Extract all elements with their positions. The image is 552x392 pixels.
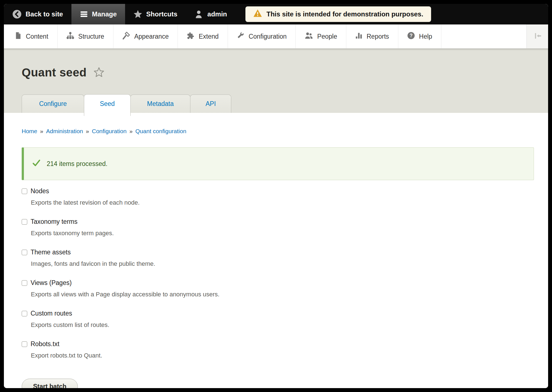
breadcrumb-separator: » — [86, 128, 89, 134]
demo-warning-banner: This site is intended for demonstration … — [245, 6, 431, 22]
form-item-robots-txt: Robots.txt Export robots.txt to Quant. — [22, 340, 530, 359]
toolbar-item-people[interactable]: People — [296, 24, 346, 48]
breadcrumb-link-home[interactable]: Home — [22, 128, 37, 134]
toolbar-item-appearance[interactable]: Appearance — [113, 24, 178, 48]
toolbar-item-configuration[interactable]: Configuration — [228, 24, 296, 48]
status-message: 214 items processed. — [22, 147, 534, 180]
back-to-site-label: Back to site — [26, 10, 63, 18]
toolbar-label: Reports — [367, 33, 389, 40]
main-content: Home»Administration»Configuration»Quant … — [4, 113, 548, 388]
manage-label: Manage — [92, 10, 117, 18]
checkbox-label[interactable]: Taxonomy terms — [31, 218, 78, 225]
breadcrumb-separator: » — [129, 128, 133, 134]
checkbox-label[interactable]: Nodes — [31, 187, 49, 195]
tab-metadata[interactable]: Metadata — [130, 95, 190, 113]
sitemap-icon — [66, 32, 74, 41]
puzzle-piece-icon — [187, 32, 195, 41]
svg-text:?: ? — [409, 33, 412, 38]
people-icon — [305, 31, 313, 41]
status-message-text: 214 items processed. — [47, 160, 108, 168]
checkbox-views-pages[interactable] — [22, 280, 27, 286]
wrench-icon — [237, 32, 245, 41]
breadcrumb-link-quant-configuration[interactable]: Quant configuration — [135, 128, 186, 134]
checkbox-label[interactable]: Views (Pages) — [31, 279, 72, 287]
checkbox-robots-txt[interactable] — [22, 341, 27, 347]
manage-button[interactable]: Manage — [71, 4, 125, 24]
toolbar-label: People — [317, 33, 337, 40]
start-batch-button[interactable]: Start batch — [22, 379, 78, 388]
admin-menu-bar: Content Structure Appearance Extend Conf… — [4, 24, 548, 49]
tab-api[interactable]: API — [190, 95, 231, 113]
toolbar-label: Content — [26, 33, 48, 40]
bar-chart-icon — [355, 32, 362, 41]
tab-label: Seed — [100, 100, 115, 108]
toolbar-collapse-button[interactable] — [526, 24, 548, 48]
checkbox-description: Exports all views with a Page display ac… — [31, 291, 530, 298]
toolbar-label: Extend — [199, 33, 219, 40]
page-header: Quant seed Configure Seed Metadata API — [4, 49, 548, 113]
breadcrumb: Home»Administration»Configuration»Quant … — [22, 128, 530, 135]
document-icon — [14, 32, 22, 41]
checkbox-theme-assets[interactable] — [22, 250, 27, 255]
page-title: Quant seed — [22, 66, 87, 79]
demo-warning-text: This site is intended for demonstration … — [267, 10, 423, 18]
checkbox-label[interactable]: Robots.txt — [31, 340, 59, 348]
back-to-site-button[interactable]: Back to site — [4, 4, 71, 24]
collapse-left-icon — [533, 31, 542, 42]
primary-tabs: Configure Seed Metadata API — [22, 94, 231, 113]
toolbar-spacer — [441, 24, 526, 48]
checkbox-description: Images, fonts and favicon in the public … — [31, 260, 530, 267]
toolbar-item-extend[interactable]: Extend — [178, 24, 228, 48]
tab-seed[interactable]: Seed — [84, 94, 131, 116]
hamburger-menu-icon — [80, 10, 88, 18]
shortcuts-button[interactable]: Shortcuts — [125, 4, 186, 24]
checkbox-taxonomy-terms[interactable] — [22, 219, 27, 225]
toolbar-item-structure[interactable]: Structure — [58, 24, 113, 48]
warning-triangle-icon — [253, 9, 262, 19]
checkbox-description: Exports taxonomy term pages. — [31, 230, 530, 237]
user-icon — [194, 9, 203, 19]
checkbox-description: Exports custom list of routes. — [31, 321, 530, 329]
browser-window: Back to site Manage Shortcuts admin This… — [4, 4, 548, 388]
tab-label: API — [205, 100, 216, 108]
form-item-taxonomy-terms: Taxonomy terms Exports taxonomy term pag… — [22, 218, 530, 237]
checkbox-label[interactable]: Theme assets — [31, 249, 71, 256]
toolbar-label: Appearance — [134, 33, 169, 40]
user-menu-button[interactable]: admin — [186, 4, 235, 24]
checkbox-nodes[interactable] — [22, 188, 27, 194]
checkmark-icon — [32, 159, 41, 169]
breadcrumb-link-configuration[interactable]: Configuration — [92, 128, 126, 134]
form-item-custom-routes: Custom routes Exports custom list of rou… — [22, 310, 530, 329]
tab-configure[interactable]: Configure — [22, 95, 84, 113]
toolbar-label: Configuration — [249, 33, 287, 40]
toolbar-item-help[interactable]: ? Help — [398, 24, 441, 48]
toolbar-label: Help — [419, 33, 432, 40]
question-circle-icon: ? — [407, 32, 415, 41]
checkbox-description: Export robots.txt to Quant. — [31, 352, 530, 359]
username-label: admin — [207, 10, 227, 18]
breadcrumb-separator: » — [40, 128, 43, 134]
form-item-nodes: Nodes Exports the latest revision of eac… — [22, 187, 530, 206]
checkbox-custom-routes[interactable] — [22, 311, 27, 316]
form-item-theme-assets: Theme assets Images, fonts and favicon i… — [22, 249, 530, 267]
tab-label: Metadata — [147, 100, 174, 108]
paintbrush-icon — [122, 32, 130, 41]
checkbox-label[interactable]: Custom routes — [31, 310, 72, 317]
tab-label: Configure — [39, 100, 67, 108]
chevron-left-circle-icon — [12, 9, 22, 19]
toolbar-item-content[interactable]: Content — [4, 24, 58, 48]
toolbar-item-reports[interactable]: Reports — [346, 24, 398, 48]
seed-form: Nodes Exports the latest revision of eac… — [22, 187, 530, 388]
breadcrumb-link-administration[interactable]: Administration — [46, 128, 83, 134]
admin-toolbar: Back to site Manage Shortcuts admin This… — [4, 4, 548, 24]
form-item-views-pages: Views (Pages) Exports all views with a P… — [22, 279, 530, 298]
favorite-star-icon[interactable] — [93, 66, 105, 79]
star-icon — [133, 10, 142, 19]
shortcuts-label: Shortcuts — [146, 10, 177, 18]
checkbox-description: Exports the latest revision of each node… — [31, 199, 530, 206]
toolbar-label: Structure — [78, 33, 104, 40]
